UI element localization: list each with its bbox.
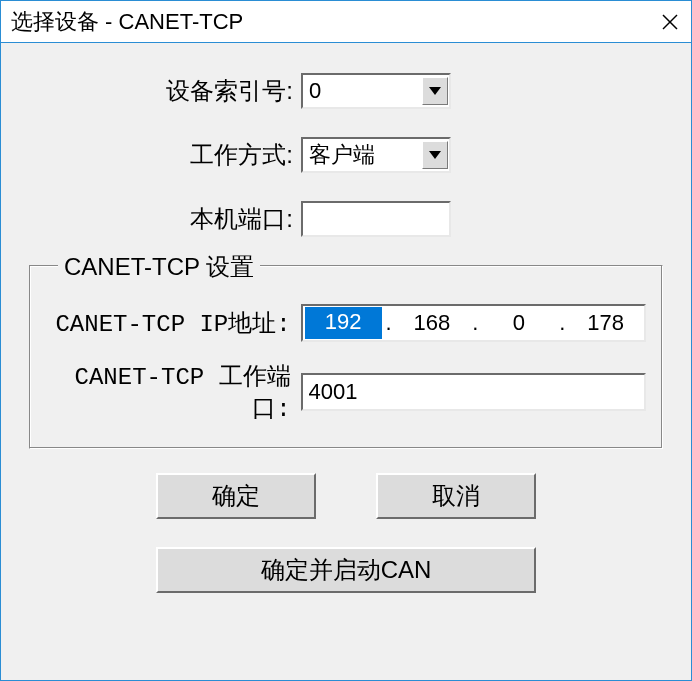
ok-start-can-button[interactable]: 确定并启动CAN	[156, 547, 536, 593]
ip-dot: .	[557, 310, 567, 336]
ip-dot: .	[470, 310, 480, 336]
device-index-value: 0	[309, 78, 422, 104]
window-title: 选择设备 - CANET-TCP	[11, 7, 639, 37]
row-port: CANET-TCP 工作端口: 4001	[46, 360, 646, 424]
label-work-mode: 工作方式:	[21, 139, 301, 171]
ip-address-input[interactable]: 192 . 168 . 0 . 178	[301, 304, 646, 342]
work-mode-dropdown-button[interactable]	[422, 141, 448, 169]
device-index-dropdown-button[interactable]	[422, 77, 448, 105]
cancel-button[interactable]: 取消	[376, 473, 536, 519]
row-local-port: 本机端口:	[21, 201, 671, 237]
close-icon	[661, 13, 679, 31]
ok-button[interactable]: 确定	[156, 473, 316, 519]
row-ip: CANET-TCP IP地址: 192 . 168 . 0 . 178	[46, 304, 646, 342]
work-port-input[interactable]: 4001	[301, 373, 646, 411]
local-port-input[interactable]	[301, 201, 451, 237]
ip-octet-2[interactable]: 168	[394, 310, 471, 336]
ip-octet-3[interactable]: 0	[480, 310, 557, 336]
label-local-port: 本机端口:	[21, 203, 301, 235]
svg-marker-2	[429, 87, 441, 95]
groupbox-title: CANET-TCP 设置	[58, 251, 260, 283]
ip-octet-4[interactable]: 178	[567, 310, 644, 336]
row-device-index: 设备索引号: 0	[21, 73, 671, 109]
row-work-mode: 工作方式: 客户端	[21, 137, 671, 173]
button-row: 确定 取消	[21, 473, 671, 519]
work-mode-combo[interactable]: 客户端	[301, 137, 451, 173]
chevron-down-icon	[429, 151, 441, 159]
svg-marker-3	[429, 151, 441, 159]
dialog-window: 选择设备 - CANET-TCP 设备索引号: 0 工作方式: 客户端	[0, 0, 692, 681]
label-ip: CANET-TCP IP地址:	[46, 307, 301, 339]
ip-dot: .	[384, 310, 394, 336]
canet-tcp-groupbox: CANET-TCP 设置 CANET-TCP IP地址: 192 . 168 .…	[29, 265, 663, 449]
ip-octet-1[interactable]: 192	[305, 307, 382, 339]
close-button[interactable]	[639, 13, 679, 31]
label-device-index: 设备索引号:	[21, 75, 301, 107]
titlebar: 选择设备 - CANET-TCP	[1, 1, 691, 43]
label-port: CANET-TCP 工作端口:	[46, 360, 301, 424]
chevron-down-icon	[429, 87, 441, 95]
work-mode-value: 客户端	[309, 140, 422, 170]
device-index-combo[interactable]: 0	[301, 73, 451, 109]
client-area: 设备索引号: 0 工作方式: 客户端 本机端口: CANET-TCP 设置	[1, 43, 691, 680]
